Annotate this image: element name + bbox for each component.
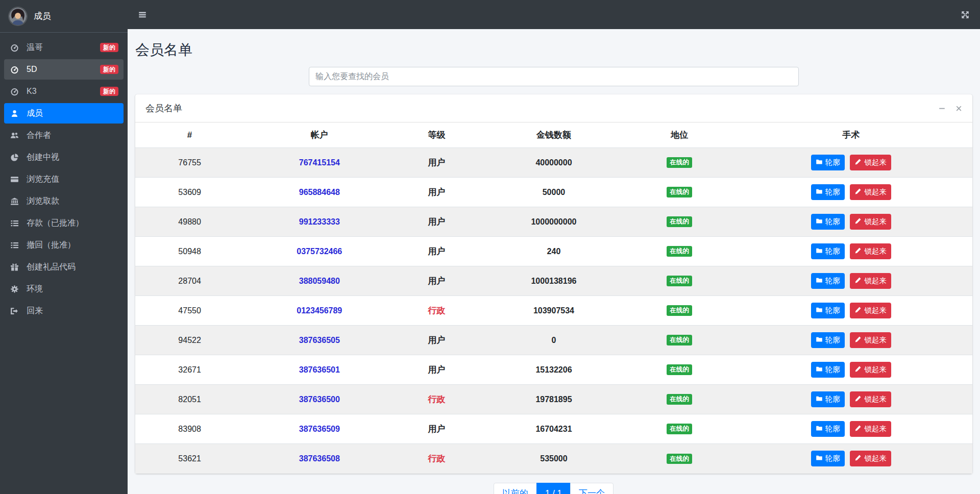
member-table-body: 76755 767415154 用户 40000000 在线的 轮廓 锁起来 5… — [135, 148, 972, 474]
sidebar-item-浏览取款[interactable]: 浏览取款 — [4, 191, 124, 211]
profile-button[interactable]: 轮廓 — [811, 214, 845, 230]
member-level: 用户 — [395, 326, 478, 355]
new-badge: 新的 — [100, 87, 118, 96]
folder-icon — [816, 158, 823, 167]
member-id: 53609 — [135, 178, 244, 207]
page-title: 会员名单 — [135, 40, 972, 60]
lock-button[interactable]: 锁起来 — [850, 184, 891, 200]
lock-button[interactable]: 锁起来 — [850, 391, 891, 407]
status-badge: 在线的 — [667, 424, 692, 434]
status-badge: 在线的 — [667, 364, 692, 375]
member-level: 用户 — [395, 237, 478, 266]
profile-button[interactable]: 轮廓 — [811, 332, 845, 348]
folder-icon — [816, 395, 823, 404]
pencil-icon — [854, 306, 862, 315]
profile-button[interactable]: 轮廓 — [811, 184, 845, 200]
sidebar-item-K3[interactable]: K3 新的 — [4, 81, 124, 102]
sidebar-item-撤回（批准）[interactable]: 撤回（批准） — [4, 235, 124, 255]
table-row: 49880 991233333 用户 1000000000 在线的 轮廓 锁起来 — [135, 207, 972, 237]
account-link[interactable]: 0375732466 — [297, 247, 342, 256]
member-id: 49880 — [135, 207, 244, 237]
sidebar-item-合作者[interactable]: 合作者 — [4, 125, 124, 145]
pencil-icon — [854, 247, 862, 256]
sidebar-item-浏览充值[interactable]: 浏览充值 — [4, 169, 124, 189]
profile-button[interactable]: 轮廓 — [811, 421, 845, 437]
member-id: 82051 — [135, 385, 244, 414]
sidebar-item-成员[interactable]: 成员 — [4, 103, 124, 124]
header-actions: 手术 — [729, 122, 972, 148]
member-amount: 50000 — [478, 178, 629, 207]
account-link[interactable]: 387636501 — [299, 365, 340, 374]
sidebar-item-环境[interactable]: 环境 — [4, 279, 124, 299]
sidebar-item-存款（已批准）[interactable]: 存款（已批准） — [4, 213, 124, 233]
member-id: 94522 — [135, 326, 244, 355]
table-row: 32671 387636501 用户 15132206 在线的 轮廓 锁起来 — [135, 355, 972, 385]
account-link[interactable]: 387636508 — [299, 454, 340, 463]
pagination-previous[interactable]: 以前的 — [494, 483, 537, 494]
card-header: 会员名单 — [135, 94, 972, 122]
profile-button[interactable]: 轮廓 — [811, 243, 845, 259]
minimize-icon[interactable] — [939, 105, 945, 112]
profile-button[interactable]: 轮廓 — [811, 362, 845, 378]
users-icon — [9, 131, 20, 140]
account-link[interactable]: 387636505 — [299, 336, 340, 344]
sidebar-brand[interactable]: 成员 — [0, 0, 128, 33]
profile-button[interactable]: 轮廓 — [811, 273, 845, 289]
folder-icon — [816, 454, 823, 463]
lock-button[interactable]: 锁起来 — [850, 155, 891, 170]
lock-button[interactable]: 锁起来 — [850, 332, 891, 348]
profile-button[interactable]: 轮廓 — [811, 391, 845, 407]
lock-button[interactable]: 锁起来 — [850, 362, 891, 378]
profile-button[interactable]: 轮廓 — [811, 451, 845, 466]
card-title: 会员名单 — [145, 102, 182, 114]
member-level: 用户 — [395, 414, 478, 444]
account-link[interactable]: 387636509 — [299, 425, 340, 433]
account-link[interactable]: 965884648 — [299, 188, 340, 196]
new-badge: 新的 — [100, 43, 118, 52]
sidebar-item-创建礼品代码[interactable]: 创建礼品代码 — [4, 257, 124, 277]
account-link[interactable]: 0123456789 — [297, 306, 342, 315]
status-badge: 在线的 — [667, 335, 692, 345]
status-badge: 在线的 — [667, 187, 692, 197]
lock-button[interactable]: 锁起来 — [850, 273, 891, 289]
header-level: 等级 — [395, 122, 478, 148]
profile-button[interactable]: 轮廓 — [811, 303, 845, 318]
gift-icon — [9, 263, 20, 271]
member-level: 行政 — [395, 296, 478, 326]
table-row: 53609 965884648 用户 50000 在线的 轮廓 锁起来 — [135, 178, 972, 207]
pagination-current[interactable]: 1 / 1 — [536, 483, 571, 494]
profile-button[interactable]: 轮廓 — [811, 155, 845, 170]
table-row: 82051 387636500 行政 19781895 在线的 轮廓 锁起来 — [135, 385, 972, 414]
lock-button[interactable]: 锁起来 — [850, 243, 891, 259]
fullscreen-expand-icon[interactable] — [961, 10, 970, 19]
sidebar-item-回来[interactable]: 回来 — [4, 301, 124, 321]
folder-icon — [816, 188, 823, 196]
member-id: 50948 — [135, 237, 244, 266]
account-link[interactable]: 387636500 — [299, 395, 340, 404]
lock-button[interactable]: 锁起来 — [850, 421, 891, 437]
user-icon — [9, 109, 20, 118]
account-link[interactable]: 991233333 — [299, 217, 340, 226]
pagination-next[interactable]: 下一个 — [570, 483, 614, 494]
sidebar-item-5D[interactable]: 5D 新的 — [4, 59, 124, 80]
folder-icon — [816, 425, 823, 433]
new-badge: 新的 — [100, 65, 118, 74]
sidebar-item-温哥[interactable]: 温哥 新的 — [4, 37, 124, 58]
lock-button[interactable]: 锁起来 — [850, 451, 891, 466]
table-row: 94522 387636505 用户 0 在线的 轮廓 锁起来 — [135, 326, 972, 355]
sidebar-menu: 温哥 新的 5D 新的 K3 新的 成员 合作者 创建中视 浏览充值 浏览取款 — [0, 33, 128, 327]
member-id: 76755 — [135, 148, 244, 178]
close-icon[interactable] — [955, 105, 962, 112]
account-link[interactable]: 767415154 — [299, 158, 340, 167]
hamburger-menu-icon[interactable] — [138, 10, 147, 19]
member-amount: 15132206 — [478, 355, 629, 385]
tachometer-icon — [9, 65, 20, 74]
lock-button[interactable]: 锁起来 — [850, 214, 891, 230]
sidebar-item-创建中视[interactable]: 创建中视 — [4, 147, 124, 167]
lock-button[interactable]: 锁起来 — [850, 303, 891, 318]
member-search-input[interactable] — [309, 67, 799, 86]
member-amount: 19781895 — [478, 385, 629, 414]
table-row: 83908 387636509 用户 16704231 在线的 轮廓 锁起来 — [135, 414, 972, 444]
gear-icon — [9, 285, 20, 293]
account-link[interactable]: 388059480 — [299, 277, 340, 285]
